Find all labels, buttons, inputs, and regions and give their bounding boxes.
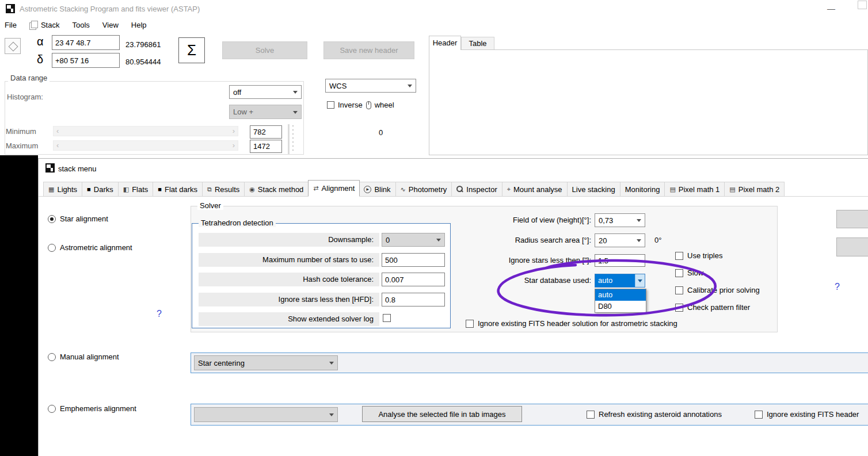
tab-photometry[interactable]: ∿Photometry <box>396 182 452 197</box>
analyse-selected-file-button[interactable]: Analyse the selected file in tab images <box>362 406 522 422</box>
flat-dark-frame-icon: ■ <box>158 186 162 193</box>
tab-mount-analyse[interactable]: ⌖Mount analyse <box>502 182 568 197</box>
tab-label: Live stacking <box>572 185 615 194</box>
menu-stack-label: Stack <box>41 21 60 29</box>
side-button[interactable] <box>836 210 868 228</box>
stretch-combo-value: off <box>233 88 241 97</box>
minimum-value-input[interactable] <box>250 125 282 139</box>
save-new-header-button[interactable]: Save new header <box>323 41 414 59</box>
tab-monitoring[interactable]: Monitoring <box>620 182 665 197</box>
maximum-slider[interactable] <box>53 140 238 151</box>
stack-menu-window: stack menu ▦Lights■Darks◧Flats■Flat dark… <box>38 158 868 456</box>
use-triples-checkbox[interactable] <box>675 252 683 260</box>
menu-file[interactable]: File <box>5 21 17 29</box>
menu-stack[interactable]: Stack <box>29 21 60 29</box>
manual-method-combo[interactable]: Star centering <box>194 355 338 370</box>
stretch-combo[interactable]: off <box>229 85 302 99</box>
image-canvas[interactable] <box>0 155 38 456</box>
ignore-existing-fits-header-checkbox-row[interactable]: Ignore existing FITS header <box>755 410 859 419</box>
slow-checkbox[interactable] <box>675 269 683 277</box>
extended-log-checkbox[interactable] <box>383 314 391 322</box>
tab-results[interactable]: ⧉Results <box>203 182 245 197</box>
tab-live-stacking[interactable]: Live stacking <box>568 182 620 197</box>
pixel-math-icon: ▤ <box>729 186 735 193</box>
radio-ephemeris-alignment[interactable]: Emphemeris alignment <box>48 404 136 413</box>
radio-icon <box>48 215 56 223</box>
fov-value: 0,73 <box>599 216 613 225</box>
check-pattern-filter-checkbox[interactable] <box>675 304 683 312</box>
radio-star-alignment[interactable]: Star alignment <box>48 214 108 223</box>
tab-flats[interactable]: ◧Flats <box>119 182 154 197</box>
hfd-limit-input[interactable] <box>382 293 445 306</box>
sigma-button[interactable]: Σ <box>178 37 205 63</box>
deepsky-annotation-button[interactable] <box>5 38 21 54</box>
tab-darks[interactable]: ■Darks <box>82 182 119 197</box>
chevron-down-icon[interactable] <box>635 274 645 287</box>
ephemeris-object-combo[interactable] <box>194 407 338 422</box>
grid-icon: ▦ <box>48 186 54 193</box>
range-combo[interactable]: Low + <box>229 105 302 119</box>
menu-tools[interactable]: Tools <box>72 21 89 29</box>
wcs-combo[interactable]: WCS <box>325 79 416 93</box>
tab-flat-darks[interactable]: ■Flat darks <box>153 182 203 197</box>
ignore-existing-fits-header-checkbox[interactable] <box>755 411 763 419</box>
mouse-icon <box>366 101 371 109</box>
fits-header-panel[interactable] <box>429 49 868 155</box>
tab-inspector[interactable]: Inspector <box>452 182 502 197</box>
check-pattern-filter-checkbox-row[interactable]: Check pattern filter <box>675 303 750 312</box>
fov-combo[interactable]: 0,73 <box>595 213 645 227</box>
tab-alignment[interactable]: ⇄Alignment <box>308 180 360 197</box>
value-readout: 0 <box>379 128 383 137</box>
menu-view-label: View <box>102 21 119 29</box>
calibrate-prior-solving-checkbox-row[interactable]: Calibrate prior solving <box>675 286 760 294</box>
min-star-size-label: Ignore stars less then ["]: <box>407 256 591 265</box>
ignore-fits-header-checkbox-row[interactable]: Ignore existing FITS header solution for… <box>466 319 677 328</box>
tab-header[interactable]: Header <box>429 36 461 50</box>
tab-pixel-math-1[interactable]: ▤Pixel math 1 <box>665 182 725 197</box>
calibrate-prior-solving-checkbox[interactable] <box>675 286 683 294</box>
tab-label: Monitoring <box>625 185 660 194</box>
dropdown-option-auto[interactable]: auto <box>595 289 646 301</box>
tab-pixel-math-2[interactable]: ▤Pixel math 2 <box>725 182 785 197</box>
slow-checkbox-row[interactable]: Slow <box>675 269 703 277</box>
magnifier-icon <box>456 186 463 193</box>
tab-label: Results <box>215 185 239 194</box>
tab-label: Pixel math 2 <box>738 185 780 194</box>
star-database-combo[interactable]: auto <box>595 274 645 288</box>
inverse-wheel-checkbox[interactable] <box>327 101 334 109</box>
histogram-label: Histogram: <box>7 93 43 101</box>
use-triples-checkbox-row[interactable]: Use triples <box>675 251 722 260</box>
minimize-button[interactable]: — <box>823 3 839 14</box>
radio-astrometric-alignment[interactable]: Astrometric alignment <box>48 243 132 252</box>
refresh-asteroid-annotations-checkbox-row[interactable]: Refresh existing asteroid annotations <box>587 410 722 419</box>
help-question-mark[interactable]: ? <box>835 282 840 292</box>
maximize-button[interactable] <box>858 1 867 9</box>
radio-label: Emphemeris alignment <box>60 404 136 413</box>
refresh-asteroid-annotations-checkbox[interactable] <box>587 411 595 419</box>
fine-range-slider[interactable] <box>286 124 295 154</box>
solve-button[interactable]: Solve <box>222 41 307 59</box>
radius-search-label: Radius search area [°]: <box>407 236 591 244</box>
fov-label: Field of view (height)[°]: <box>407 216 591 224</box>
wheel-label: wheel <box>375 101 394 109</box>
tab-label: Blink <box>374 185 390 194</box>
tab-stack-method[interactable]: ◉Stack method <box>245 182 309 197</box>
tab-label: Photometry <box>409 185 447 194</box>
menu-view[interactable]: View <box>102 21 119 29</box>
minimum-slider[interactable] <box>53 126 238 136</box>
min-star-size-input[interactable] <box>595 254 645 267</box>
maximum-value-input[interactable] <box>250 140 282 153</box>
dropdown-option-d80[interactable]: D80 <box>595 301 646 312</box>
tab-table[interactable]: Table <box>461 37 494 50</box>
tab-blink[interactable]: ▶Blink <box>359 182 395 197</box>
radio-label: Manual alignment <box>60 352 119 361</box>
help-question-mark[interactable]: ? <box>157 309 162 319</box>
tab-lights[interactable]: ▦Lights <box>43 182 82 197</box>
ra-input[interactable] <box>52 35 120 50</box>
radius-search-combo[interactable]: 20 <box>595 233 645 247</box>
ignore-fits-header-checkbox[interactable] <box>466 320 474 328</box>
dec-input[interactable] <box>52 53 120 68</box>
radio-manual-alignment[interactable]: Manual alignment <box>48 352 119 361</box>
side-button[interactable] <box>836 237 868 256</box>
menu-help[interactable]: Help <box>131 21 147 29</box>
